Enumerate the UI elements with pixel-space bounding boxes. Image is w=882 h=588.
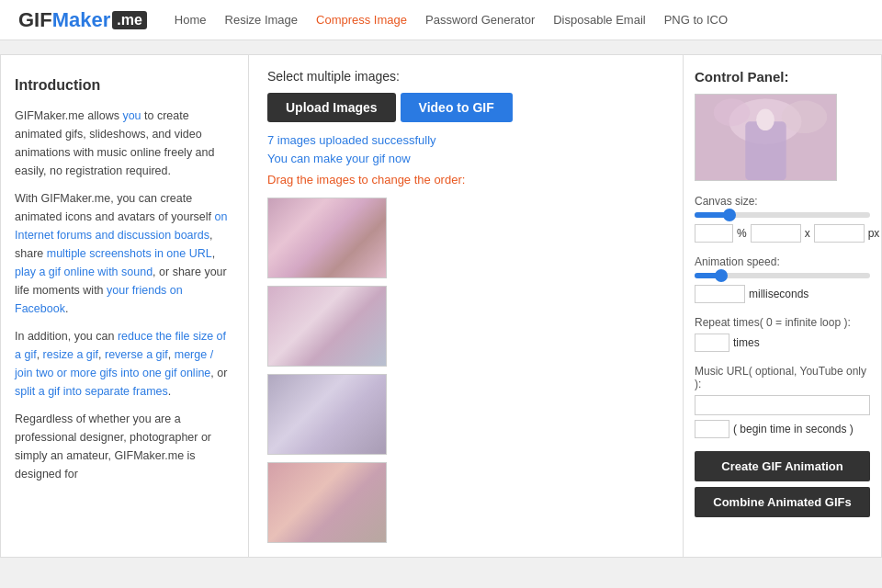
nav-compress-image[interactable]: Compress Image (316, 13, 407, 27)
logo-maker: Maker (52, 8, 111, 32)
canvas-height-input[interactable]: 864 (814, 224, 865, 243)
control-panel-heading: Control Panel: (695, 69, 870, 85)
image-thumb-1[interactable] (267, 198, 387, 278)
sidebar-para-1: GIFMaker.me allows you to create animate… (15, 107, 234, 180)
nav-resize-image[interactable]: Resize Image (225, 13, 298, 27)
sidebar-link-split[interactable]: split a gif into separate frames (15, 385, 168, 398)
create-gif-button[interactable]: Create GIF Animation (695, 451, 870, 481)
image-thumb-4[interactable] (267, 462, 387, 543)
image-grid (267, 198, 664, 543)
upload-images-button[interactable]: Upload Images (267, 93, 396, 122)
repeat-value-input[interactable]: 0 (695, 334, 729, 352)
music-url-section: Music URL( optional, YouTube only ): 0 (… (695, 365, 870, 438)
animation-inputs: 1750 milliseconds (695, 285, 870, 303)
repeat-times-section: Repeat times( 0 = infinite loop ): 0 tim… (695, 316, 870, 352)
sidebar-link-friends[interactable]: your friends on Facebook (15, 284, 183, 315)
begin-time-label: ( begin time in seconds ) (733, 423, 854, 435)
sidebar-para-3: In addition, you can reduce the file siz… (15, 327, 234, 401)
center-content: Select multiple images: Upload Images Vi… (249, 55, 684, 557)
nav-png-to-ico[interactable]: PNG to ICO (664, 13, 728, 27)
animation-speed-label: Animation speed: (695, 255, 870, 268)
svg-point-2 (714, 99, 750, 127)
canvas-x-sign: x (805, 227, 810, 240)
animation-slider-track[interactable] (695, 273, 870, 278)
canvas-percent-input[interactable]: 118 (695, 224, 733, 243)
video-to-gif-button[interactable]: Video to GIF (401, 93, 513, 122)
svg-point-5 (756, 108, 775, 130)
repeat-inputs: 0 times (695, 334, 870, 352)
animation-speed-section: Animation speed: 1750 milliseconds (695, 255, 870, 303)
canvas-px-label: px (868, 227, 880, 240)
sidebar-link-you[interactable]: you (122, 109, 141, 122)
repeat-times-label: Repeat times( 0 = infinite loop ): (695, 316, 870, 329)
preview-svg (695, 94, 836, 181)
logo-gif: GIF (18, 8, 52, 32)
animation-ms-input[interactable]: 1750 (695, 285, 745, 303)
upload-success-message: 7 images uploaded successfully (267, 133, 664, 147)
control-panel: Control Panel: Canvas size: 118 % 1298 (684, 55, 881, 557)
main-wrapper: Introduction GIFMaker.me allows you to c… (0, 54, 882, 558)
sidebar-link-reverse[interactable]: reverse a gif (105, 348, 168, 361)
canvas-percent-sign: % (737, 227, 747, 240)
nav-disposable-email[interactable]: Disposable Email (553, 13, 645, 27)
animation-ms-label: milliseconds (749, 288, 808, 300)
animation-slider-thumb[interactable] (715, 269, 728, 282)
image-thumb-2[interactable] (267, 286, 387, 367)
begin-time-input[interactable]: 0 (695, 420, 729, 438)
drag-order-message: Drag the images to change the order: (267, 173, 664, 187)
nav-password-generator[interactable]: Password Generator (425, 13, 535, 27)
top-navigation: GIFMaker.me Home Resize Image Compress I… (0, 0, 882, 40)
nav-links: Home Resize Image Compress Image Passwor… (175, 13, 728, 27)
sidebar-link-resize[interactable]: resize a gif (43, 348, 98, 361)
select-images-label: Select multiple images: (267, 69, 664, 84)
combine-gifs-button[interactable]: Combine Animated GIFs (695, 487, 870, 517)
sidebar-para-2: With GIFMaker.me, you can create animate… (15, 189, 234, 318)
sidebar: Introduction GIFMaker.me allows you to c… (1, 55, 249, 557)
sidebar-heading: Introduction (15, 74, 234, 97)
make-gif-message: You can make your gif now (267, 152, 664, 165)
sidebar-link-play-gif[interactable]: play a gif online with sound (15, 266, 153, 278)
preview-thumbnail (695, 94, 837, 181)
sidebar-para-4: Regardless of whether you are a professi… (15, 410, 234, 483)
logo-me: .me (112, 11, 147, 29)
nav-home[interactable]: Home (175, 13, 207, 27)
image-thumb-3[interactable] (267, 374, 387, 455)
canvas-slider-thumb[interactable] (723, 209, 736, 221)
svg-point-3 (782, 101, 827, 134)
repeat-unit-label: times (733, 336, 760, 349)
logo[interactable]: GIFMaker.me (18, 8, 147, 32)
sidebar-link-forums[interactable]: on Internet forums and discussion boards (15, 210, 227, 242)
canvas-slider-track[interactable] (695, 212, 870, 218)
music-url-label: Music URL( optional, YouTube only ): (695, 365, 870, 390)
canvas-size-label: Canvas size: (695, 195, 870, 208)
sidebar-link-screenshots[interactable]: multiple screenshots in one URL (47, 247, 212, 260)
canvas-inputs: 118 % 1298 x 864 px (695, 224, 870, 243)
canvas-width-input[interactable]: 1298 (751, 224, 801, 243)
begin-time-inputs: 0 ( begin time in seconds ) (695, 420, 870, 438)
upload-buttons-container: Upload Images Video to GIF (267, 93, 664, 122)
music-url-input[interactable] (695, 395, 870, 415)
canvas-size-section: Canvas size: 118 % 1298 x 864 px (695, 195, 870, 243)
